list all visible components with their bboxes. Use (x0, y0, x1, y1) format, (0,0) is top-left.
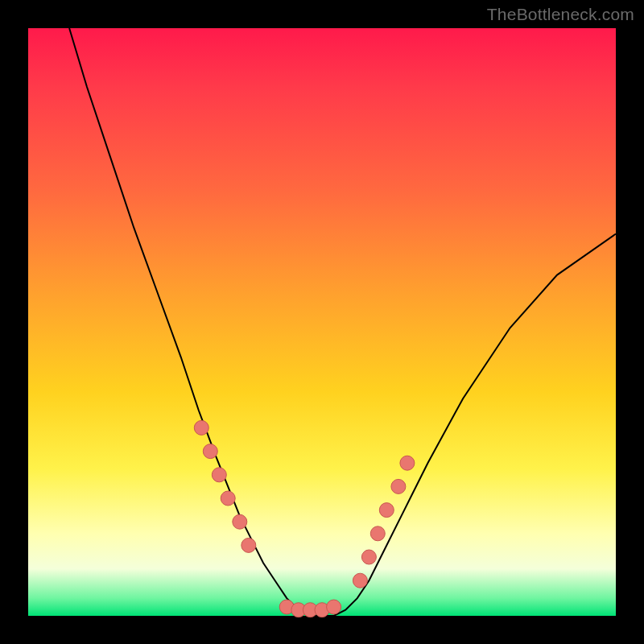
data-point-marker (194, 420, 208, 435)
curve-svg (28, 28, 616, 616)
data-point-marker (221, 491, 235, 506)
chart-frame: TheBottleneck.com (0, 0, 644, 644)
data-markers (194, 420, 415, 617)
data-point-marker (379, 503, 394, 518)
data-point-marker (203, 444, 217, 459)
data-point-marker (400, 456, 415, 470)
data-point-marker (327, 600, 341, 614)
data-point-marker (353, 573, 367, 588)
data-point-marker (233, 514, 247, 529)
data-point-marker (361, 550, 376, 564)
plot-area (28, 28, 616, 616)
data-point-marker (370, 526, 385, 541)
data-point-marker (212, 468, 226, 482)
watermark-text: TheBottleneck.com (487, 5, 634, 24)
data-point-marker (242, 538, 256, 552)
data-point-marker (391, 479, 406, 493)
bottleneck-curve (69, 28, 616, 616)
